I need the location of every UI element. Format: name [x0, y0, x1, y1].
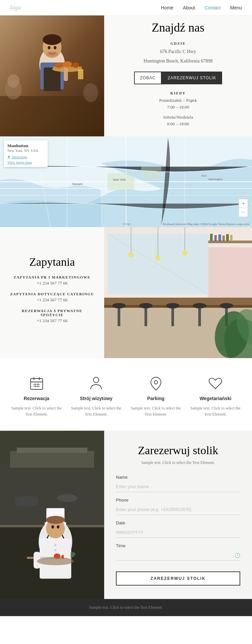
svg-rect-44 — [118, 306, 120, 326]
svg-text:Port: Port — [202, 174, 207, 177]
zoom-out-button[interactable]: − — [239, 208, 248, 217]
time-wrapper: 11:05 AM 🕑 — [116, 550, 240, 561]
svg-point-93 — [54, 549, 56, 551]
svg-rect-71 — [31, 379, 43, 389]
svg-rect-61 — [210, 234, 213, 241]
svg-point-20 — [83, 83, 98, 102]
svg-point-59 — [182, 250, 187, 256]
svg-text:Google: Google — [123, 222, 131, 225]
query-cat-1: ZAPYTANIA PR I MARKETINGOWE — [14, 275, 91, 279]
feature-reservation-name: Rezerwacja — [24, 396, 49, 401]
nav-contact[interactable]: Contact — [205, 5, 221, 10]
map-label: Manhattan New York, NY, USA ➤ Directions… — [4, 140, 48, 167]
footer: Sample text. Click to select the Text El… — [0, 599, 252, 616]
zoom-in-button[interactable]: + — [239, 199, 248, 208]
name-field-group: Name — [116, 475, 240, 492]
hours-days1: Poniedziałek – Piątek — [159, 98, 197, 103]
map-larger-link[interactable]: View larger map — [7, 160, 44, 164]
feature-parking-name: Parking — [147, 396, 164, 401]
reserve-submit-button[interactable]: ZAREZERWUJ STOLIK — [116, 571, 240, 586]
name-input[interactable] — [116, 481, 240, 492]
svg-point-55 — [128, 252, 134, 257]
svg-text:New York: New York — [113, 178, 126, 181]
query-cat-3: REZERWACJA $ PRYWATNE SPOŻYCIE — [10, 309, 94, 317]
query-phone-2: +1 234 567 77 66 — [37, 297, 68, 303]
feature-dress-desc: Sample text. Click to select the Text El… — [70, 405, 123, 417]
svg-rect-65 — [226, 234, 229, 241]
nav-about[interactable]: About — [183, 5, 195, 10]
nav-menu[interactable]: Menu — [230, 5, 242, 10]
queries-section: Zapytania ZAPYTANIA PR I MARKETINGOWE +1… — [0, 227, 252, 358]
feature-parking-desc: Sample text. Click to select the Text El… — [129, 405, 182, 417]
footer-text: Sample text. Click to select the Text El… — [6, 605, 246, 610]
svg-rect-46 — [144, 306, 147, 326]
svg-point-57 — [155, 255, 161, 261]
svg-point-19 — [7, 74, 19, 88]
map-place-sub: New York, NY, USA — [7, 148, 44, 153]
map-section: New York Newark Yonkers Port Washington … — [0, 136, 252, 227]
map-footer: Keyboard shortcuts Map data ©2024 Google… — [163, 222, 249, 226]
svg-point-51 — [193, 303, 206, 308]
svg-point-13 — [55, 62, 63, 68]
map-place-name: Manhattan — [7, 143, 44, 148]
logo[interactable]: logo — [10, 4, 21, 11]
phone-input[interactable] — [116, 504, 240, 515]
feature-vegetarian-desc: Sample text. Click to select the Text El… — [189, 405, 242, 417]
map-button[interactable]: ZOBAC — [134, 72, 162, 84]
person-icon — [88, 375, 104, 392]
feature-vegetarian: Wegetariański Sample text. Click to sele… — [189, 375, 242, 417]
hours-days2: Sobota/Niedziela — [163, 115, 193, 120]
button-group: ZOBAC ZAREZERWUJ STOLIK — [134, 72, 222, 84]
map-directions[interactable]: ➤ Directions — [7, 155, 44, 159]
phone-field-group: Phone — [116, 498, 240, 515]
nav-home[interactable]: Home — [161, 5, 173, 10]
svg-point-10 — [54, 46, 56, 49]
date-field-group: Date — [116, 520, 240, 538]
svg-rect-16 — [64, 68, 68, 81]
gdzie-label: GDZIE — [170, 41, 185, 45]
map-background: New York Newark Yonkers Port Washington … — [0, 136, 252, 227]
svg-point-47 — [139, 303, 153, 308]
feature-vegetarian-name: Wegetariański — [200, 396, 232, 401]
svg-point-15 — [72, 62, 79, 68]
map-zoom-controls: + − — [239, 199, 248, 217]
hero-image — [0, 15, 104, 136]
svg-text:Newark: Newark — [72, 182, 83, 186]
feature-dress-name: Strój wizytowy — [80, 396, 113, 401]
reservation-subtitle: Sample text. Click to select the Text El… — [116, 460, 240, 465]
reservation-form: Zarezerwuj stolik Sample text. Click to … — [104, 431, 252, 599]
date-label: Date — [116, 520, 240, 525]
query-cat-2: ZAPYTANIA DOTYCZĄCE CATERINGU — [10, 292, 94, 296]
hours-time2: 8:00 – 18:00 — [167, 121, 189, 127]
svg-point-92 — [54, 544, 56, 546]
svg-rect-29 — [141, 167, 161, 180]
feature-parking: Parking Sample text. Click to select the… — [129, 375, 182, 417]
time-input[interactable]: 11:05 AM — [116, 550, 240, 561]
svg-rect-2 — [0, 96, 104, 136]
svg-point-49 — [166, 303, 179, 308]
svg-rect-85 — [10, 451, 94, 468]
svg-text:Washington: Washington — [208, 178, 222, 181]
kiedy-label: KIEDY — [170, 91, 186, 95]
reserve-button-hero[interactable]: ZAREZERWUJ STOLIK — [162, 72, 222, 84]
svg-rect-48 — [171, 306, 174, 326]
svg-point-99 — [51, 525, 54, 529]
svg-point-14 — [62, 61, 72, 67]
svg-point-9 — [48, 46, 50, 49]
feature-reservation: Rezerwacja Sample text. Click to select … — [10, 375, 63, 417]
reservation-title: Zarezerwuj stolik — [116, 444, 240, 457]
date-input[interactable] — [116, 527, 240, 538]
svg-point-108 — [37, 557, 74, 565]
svg-rect-17 — [78, 69, 83, 79]
svg-rect-28 — [108, 173, 134, 190]
svg-point-100 — [57, 525, 59, 529]
navbar: logo Home About Contact Menu — [0, 0, 252, 15]
location-icon — [148, 375, 164, 392]
features-section: Rezerwacja Sample text. Click to select … — [0, 358, 252, 431]
svg-rect-50 — [198, 306, 201, 326]
svg-rect-88 — [15, 497, 39, 507]
feature-dress: Strój wizytowy Sample text. Click to sel… — [70, 375, 123, 417]
svg-point-7 — [43, 34, 61, 45]
svg-rect-66 — [230, 235, 233, 241]
svg-point-45 — [112, 303, 126, 308]
